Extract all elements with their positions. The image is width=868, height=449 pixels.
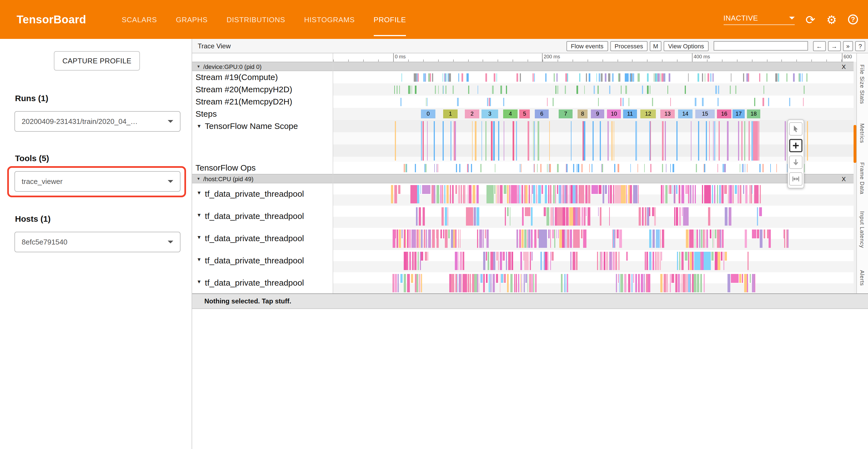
row-label[interactable]: Stream #19(Compute) bbox=[192, 71, 333, 83]
trace-search-input[interactable] bbox=[714, 41, 808, 51]
step-block[interactable]: 8 bbox=[578, 110, 588, 118]
trace-event bbox=[553, 185, 555, 203]
step-block[interactable]: 1 bbox=[443, 110, 458, 118]
row-label[interactable]: TensorFlow Ops bbox=[192, 162, 333, 174]
runs-dropdown[interactable]: 20200409-231431/train/2020_04_… bbox=[14, 111, 181, 132]
track[interactable] bbox=[333, 83, 854, 96]
track[interactable]: 0123456789101112131415161718 bbox=[333, 108, 854, 120]
trace-event bbox=[445, 230, 448, 248]
nav-distributions[interactable]: DISTRIBUTIONS bbox=[226, 0, 285, 39]
tools-dropdown[interactable]: trace_viewer bbox=[14, 171, 181, 192]
row-label[interactable]: Steps bbox=[192, 108, 333, 120]
step-block[interactable]: 2 bbox=[465, 110, 479, 118]
nav-scalars[interactable]: SCALARS bbox=[122, 0, 157, 39]
trace-help-button[interactable]: ? bbox=[855, 41, 865, 51]
capture-profile-button[interactable]: CAPTURE PROFILE bbox=[54, 51, 140, 70]
trace-scrollbar[interactable] bbox=[854, 62, 856, 293]
chevron-down-icon bbox=[168, 120, 173, 123]
step-block[interactable]: 10 bbox=[607, 110, 621, 118]
trace-event bbox=[558, 230, 559, 238]
track[interactable] bbox=[333, 272, 854, 293]
expander-icon[interactable]: ▼ bbox=[196, 257, 202, 262]
step-block[interactable]: 6 bbox=[535, 110, 549, 118]
forward-button[interactable]: → bbox=[828, 41, 841, 51]
step-block[interactable]: 12 bbox=[640, 110, 656, 118]
step-block[interactable]: 0 bbox=[421, 110, 435, 118]
row-label[interactable]: Stream #20(MemcpyH2D) bbox=[192, 83, 333, 96]
track[interactable] bbox=[333, 206, 854, 228]
row-label[interactable]: ▼tf_data_private_threadpool bbox=[192, 228, 333, 250]
trace-event bbox=[485, 73, 487, 82]
section-header-host-cpu-pid-49[interactable]: ▼/host:CPU (pid 49)X bbox=[192, 174, 854, 183]
step-block[interactable]: 9 bbox=[591, 110, 604, 118]
trace-row: Stream #21(MemcpyD2H) bbox=[192, 96, 854, 108]
side-tab-input-latency[interactable]: Input Latency bbox=[859, 211, 865, 248]
side-tab-file-size-stats[interactable]: File Size Stats bbox=[859, 64, 865, 104]
step-block[interactable]: 15 bbox=[695, 110, 715, 118]
row-label[interactable]: ▼tf_data_private_threadpool bbox=[192, 183, 333, 206]
hosts-dropdown[interactable]: 8efc5e791540 bbox=[14, 232, 181, 252]
section-header-device-gpu-0-pid-0[interactable]: ▼/device:GPU:0 (pid 0)X bbox=[192, 62, 854, 71]
step-block[interactable]: 5 bbox=[519, 110, 530, 118]
select-tool-button[interactable] bbox=[789, 122, 803, 136]
step-block[interactable]: 3 bbox=[482, 110, 498, 118]
step-block[interactable]: 7 bbox=[559, 110, 572, 118]
expander-icon[interactable]: ▼ bbox=[196, 212, 202, 218]
step-block[interactable]: 17 bbox=[733, 110, 745, 118]
close-icon[interactable]: X bbox=[842, 63, 846, 70]
ruler-tick bbox=[737, 59, 737, 62]
zoom-tool-button[interactable] bbox=[789, 139, 803, 152]
track[interactable] bbox=[333, 120, 854, 162]
side-tab-frame-data[interactable]: Frame Data bbox=[859, 162, 865, 194]
row-label[interactable]: ▼TensorFlow Name Scope bbox=[192, 120, 333, 162]
trace-event bbox=[552, 230, 555, 238]
metadata-button[interactable]: M bbox=[650, 41, 661, 51]
view-options-button[interactable]: View Options bbox=[663, 41, 708, 51]
track[interactable] bbox=[333, 96, 854, 108]
status-dropdown[interactable]: INACTIVE bbox=[723, 14, 795, 25]
trace-event bbox=[692, 252, 693, 270]
step-block[interactable]: 11 bbox=[623, 110, 637, 118]
pan-tool-button[interactable] bbox=[789, 156, 803, 169]
nav-profile[interactable]: PROFILE bbox=[374, 0, 406, 39]
step-block[interactable]: 18 bbox=[747, 110, 760, 118]
trace-event bbox=[666, 163, 667, 172]
row-label[interactable]: Stream #21(MemcpyD2H) bbox=[192, 96, 333, 108]
trace-event bbox=[566, 163, 567, 172]
side-tab-alerts[interactable]: Alerts bbox=[859, 270, 865, 286]
expander-icon[interactable]: ▼ bbox=[196, 190, 202, 196]
flow-events-button[interactable]: Flow events bbox=[566, 41, 608, 51]
track[interactable] bbox=[333, 162, 854, 174]
expander-icon[interactable]: ▼ bbox=[196, 279, 202, 285]
row-label[interactable]: ▼tf_data_private_threadpool bbox=[192, 272, 333, 293]
scrollbar-thumb[interactable] bbox=[854, 125, 856, 163]
trace-event bbox=[531, 274, 532, 292]
refresh-icon[interactable]: ⟳ bbox=[806, 13, 815, 25]
step-block[interactable]: 4 bbox=[503, 110, 518, 118]
step-block[interactable]: 14 bbox=[678, 110, 692, 118]
trace-event bbox=[456, 163, 457, 172]
nav-histograms[interactable]: HISTOGRAMS bbox=[304, 0, 354, 39]
nav-graphs[interactable]: GRAPHS bbox=[176, 0, 208, 39]
row-label[interactable]: ▼tf_data_private_threadpool bbox=[192, 206, 333, 228]
expander-icon[interactable]: ▼ bbox=[196, 235, 202, 240]
gear-icon[interactable]: ⚙ bbox=[826, 13, 837, 25]
close-icon[interactable]: X bbox=[842, 175, 846, 182]
track[interactable] bbox=[333, 228, 854, 250]
back-button[interactable]: ← bbox=[813, 41, 826, 51]
timing-tool-button[interactable] bbox=[789, 172, 803, 186]
trace-event bbox=[461, 185, 462, 203]
processes-button[interactable]: Processes bbox=[610, 41, 648, 51]
help-icon[interactable]: ? bbox=[848, 14, 858, 25]
step-block[interactable]: 16 bbox=[717, 110, 732, 118]
expander-icon[interactable]: ▼ bbox=[196, 123, 202, 129]
track[interactable] bbox=[333, 71, 854, 83]
side-tab-metrics[interactable]: Metrics bbox=[859, 123, 865, 143]
more-button[interactable]: » bbox=[843, 41, 853, 51]
track[interactable] bbox=[333, 183, 854, 206]
step-block[interactable]: 13 bbox=[660, 110, 675, 118]
track[interactable] bbox=[333, 250, 854, 272]
trace-event bbox=[415, 163, 416, 172]
row-label[interactable]: ▼tf_data_private_threadpool bbox=[192, 250, 333, 272]
trace-event bbox=[531, 230, 533, 248]
